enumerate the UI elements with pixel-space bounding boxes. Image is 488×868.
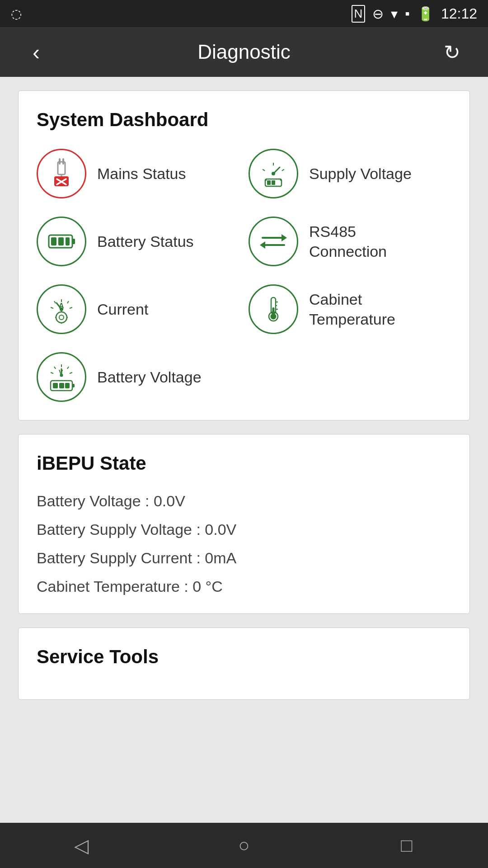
mains-status-icon-circle — [37, 149, 86, 198]
svg-point-33 — [60, 307, 63, 311]
svg-rect-56 — [72, 384, 75, 387]
battery-voltage-icon: V — [45, 361, 78, 393]
battery-status-icon — [45, 225, 78, 258]
cabinet-temp-icon — [257, 293, 290, 326]
svg-line-49 — [54, 367, 56, 369]
battery-status-label: Battery Status — [97, 231, 194, 251]
top-nav: ‹ Diagnostic ↻ — [0, 27, 488, 77]
system-dashboard-card: System Dashboard — [18, 90, 470, 420]
supply-voltage-icon — [257, 157, 290, 190]
home-nav-button[interactable]: ○ — [217, 835, 271, 856]
current-item[interactable]: A — [37, 284, 239, 334]
page-content: System Dashboard — [0, 77, 488, 823]
system-dashboard-title: System Dashboard — [37, 109, 451, 131]
svg-rect-19 — [51, 237, 56, 245]
current-icon-circle: A — [37, 284, 86, 334]
current-label: Current — [97, 299, 148, 319]
svg-marker-23 — [282, 234, 287, 241]
svg-marker-25 — [260, 241, 265, 249]
svg-rect-57 — [53, 383, 58, 388]
ibepu-state-card: iBEPU State Battery Voltage : 0.0V Batte… — [18, 434, 470, 614]
svg-line-48 — [67, 367, 69, 369]
battery-supply-voltage-row: Battery Supply Voltage : 0.0V — [37, 521, 451, 538]
supply-voltage-item[interactable]: Supply Voltage — [249, 149, 451, 198]
svg-rect-20 — [58, 237, 64, 245]
rs485-label: RS485 Connection — [309, 222, 387, 261]
wifi-icon: ▾ — [391, 6, 398, 22]
battery-icon: 🔋 — [417, 6, 434, 22]
supply-voltage-icon-circle — [249, 149, 298, 198]
mains-icon — [45, 157, 78, 190]
svg-line-30 — [51, 307, 53, 308]
battery-voltage-row: Battery Voltage : 0.0V — [37, 492, 451, 510]
cabinet-temperature-row: Cabinet Temperature : 0 °C — [37, 578, 451, 595]
supply-voltage-label: Supply Voltage — [309, 164, 412, 184]
rs485-connection-item[interactable]: RS485 Connection — [249, 217, 451, 266]
ibepu-state-title: iBEPU State — [37, 453, 451, 474]
svg-rect-18 — [72, 239, 75, 244]
battery-status-icon-circle — [37, 217, 86, 266]
page-title: Diagnostic — [54, 41, 434, 63]
current-icon: A — [45, 293, 78, 326]
status-bar-right: N ⊖ ▾ ▪ 🔋 12:12 — [352, 5, 478, 23]
refresh-button[interactable]: ↻ — [434, 41, 470, 64]
battery-voltage-label: Battery Voltage — [97, 367, 202, 387]
svg-rect-16 — [272, 180, 275, 185]
svg-point-43 — [271, 314, 277, 320]
battery-supply-current-row: Battery Supply Current : 0mA — [37, 549, 451, 567]
status-bar: ◌ N ⊖ ▾ ▪ 🔋 12:12 — [0, 0, 488, 27]
svg-point-13 — [272, 172, 275, 175]
svg-line-51 — [51, 373, 53, 373]
sim-icon: ▪ — [405, 6, 410, 21]
mains-status-label: Mains Status — [97, 164, 186, 184]
svg-line-8 — [282, 169, 284, 171]
svg-line-28 — [54, 301, 56, 303]
svg-point-54 — [60, 374, 63, 377]
bottom-nav: ◁ ○ □ — [0, 823, 488, 868]
svg-rect-21 — [66, 237, 70, 245]
svg-line-10 — [263, 169, 265, 171]
nfc-icon: N — [352, 5, 366, 23]
svg-rect-15 — [267, 180, 271, 185]
cabinet-temperature-item[interactable]: Cabinet Temperature — [249, 284, 451, 334]
cabinet-temp-icon-circle — [249, 284, 298, 334]
svg-rect-58 — [59, 383, 64, 388]
cabinet-temp-label: Cabinet Temperature — [309, 289, 395, 329]
ibepu-state-list: Battery Voltage : 0.0V Battery Supply Vo… — [37, 492, 451, 595]
recent-nav-button[interactable]: □ — [380, 835, 434, 856]
dashboard-grid: Mains Status — [37, 149, 451, 402]
service-tools-title: Service Tools — [37, 646, 451, 668]
signal-icon: ◌ — [11, 6, 22, 21]
svg-point-34 — [56, 312, 67, 323]
back-button[interactable]: ‹ — [18, 40, 54, 65]
battery-status-item[interactable]: Battery Status — [37, 217, 239, 266]
minus-icon: ⊖ — [372, 6, 384, 22]
svg-line-27 — [67, 301, 69, 303]
svg-point-35 — [59, 315, 64, 320]
svg-line-29 — [70, 307, 72, 308]
svg-rect-59 — [65, 383, 70, 388]
status-time: 12:12 — [441, 5, 477, 22]
service-tools-card: Service Tools — [18, 627, 470, 700]
mains-status-item[interactable]: Mains Status — [37, 149, 239, 198]
svg-line-50 — [70, 373, 72, 373]
rs485-icon-circle — [249, 217, 298, 266]
status-bar-left: ◌ — [11, 6, 22, 21]
battery-voltage-item[interactable]: V Battery Voltage — [37, 352, 239, 402]
rs485-icon — [257, 225, 290, 258]
battery-voltage-icon-circle: V — [37, 352, 86, 402]
back-nav-button[interactable]: ◁ — [54, 835, 108, 857]
